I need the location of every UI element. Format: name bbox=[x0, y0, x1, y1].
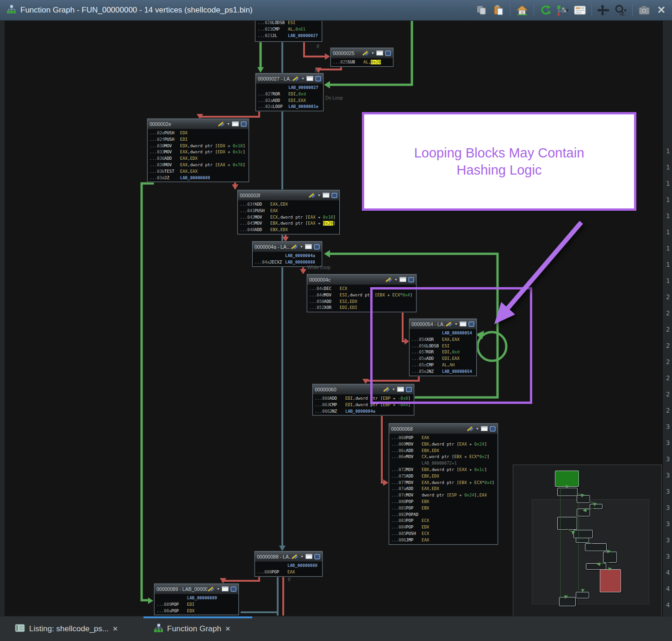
graph-block-top[interactable]: ...020LODSBESI...021CMPAL,0x61...023JLLA… bbox=[255, 19, 322, 42]
pan-icon[interactable]: ▼ bbox=[597, 3, 610, 17]
instruction-mnemonic: PUSH bbox=[164, 137, 180, 143]
block-group-icon[interactable] bbox=[241, 121, 247, 127]
copy-icon[interactable] bbox=[474, 3, 488, 17]
block-label-gray: LAB_00000072+1 bbox=[391, 460, 457, 467]
block-color-dropdown-icon[interactable]: ▼ bbox=[392, 388, 395, 391]
block-group-icon[interactable] bbox=[490, 426, 496, 432]
adjacent-listing-digit: 3 bbox=[666, 488, 670, 495]
graph-block-00000025[interactable]: 00000025▼...025SUBAL,0x20 bbox=[330, 48, 393, 67]
instruction-address: ...05a bbox=[411, 356, 426, 362]
graph-block-00000027[interactable]: 00000027 - LA...▼LAB_00000027...027RORED… bbox=[255, 73, 324, 111]
graph-block-0000004c[interactable]: 0000004c▼...04cDECECX...04dMOVESI,dword … bbox=[307, 274, 417, 312]
block-window-icon[interactable] bbox=[399, 277, 406, 282]
block-window-icon[interactable] bbox=[305, 244, 312, 249]
instruction-row: ...04dMOVESI,dword ptr [EBX + ECX*0x4] bbox=[309, 292, 414, 299]
instruction-mnemonic: XOR bbox=[426, 337, 442, 343]
block-window-icon[interactable] bbox=[305, 554, 312, 559]
close-icon[interactable]: ✕ bbox=[654, 3, 668, 17]
instruction-row: ...089POPEDI bbox=[156, 602, 236, 608]
block-format-icon[interactable] bbox=[573, 3, 587, 17]
block-color-dropdown-icon[interactable]: ▼ bbox=[476, 427, 479, 430]
block-header[interactable]: 00000068▼ bbox=[389, 424, 498, 434]
block-color-dropdown-icon[interactable]: ▼ bbox=[300, 245, 303, 248]
block-window-icon[interactable] bbox=[222, 586, 229, 591]
instruction-mnemonic: ROR bbox=[273, 91, 288, 98]
block-color-dropdown-icon[interactable]: ▼ bbox=[300, 555, 304, 558]
block-group-icon[interactable] bbox=[406, 387, 412, 392]
block-color-dropdown-icon[interactable]: ▼ bbox=[301, 77, 305, 80]
block-header[interactable]: 00000060▼ bbox=[313, 384, 414, 395]
block-color-icon[interactable] bbox=[362, 50, 369, 56]
block-header[interactable]: 00000089 - LAB_00000...▼ bbox=[155, 584, 238, 594]
block-header[interactable]: 00000025▼ bbox=[331, 48, 393, 58]
block-color-dropdown-icon[interactable]: ▼ bbox=[371, 51, 374, 55]
block-color-dropdown-icon[interactable]: ▼ bbox=[394, 278, 398, 281]
magnify-icon[interactable]: ▼ bbox=[614, 3, 628, 17]
adjacent-listing-digit: 1 bbox=[666, 180, 670, 187]
block-group-icon[interactable] bbox=[230, 586, 236, 592]
block-color-dropdown-icon[interactable]: ▼ bbox=[227, 122, 230, 126]
block-color-icon[interactable] bbox=[291, 554, 299, 559]
graph-block-00000089[interactable]: 00000089 - LAB_00000...▼LAB_00000089...0… bbox=[154, 584, 239, 615]
block-color-icon[interactable] bbox=[385, 277, 392, 283]
block-window-icon[interactable] bbox=[376, 50, 383, 56]
block-group-icon[interactable] bbox=[314, 244, 320, 250]
paste-icon[interactable] bbox=[492, 3, 505, 17]
graph-block-00000068[interactable]: 00000068▼...068POPEAX...069MOVEBX,dword … bbox=[389, 423, 498, 545]
block-header[interactable]: 0000002e▼ bbox=[148, 119, 249, 129]
graph-block-0000003f[interactable]: 0000003f▼...03fADDEAX,EDX...041PUSHEAX..… bbox=[237, 190, 340, 234]
snapshot-icon[interactable] bbox=[637, 3, 651, 17]
block-header[interactable]: 00000027 - LA...▼ bbox=[256, 74, 323, 84]
block-window-icon[interactable] bbox=[460, 321, 467, 327]
block-group-icon[interactable] bbox=[315, 76, 321, 82]
pan-dropdown-icon[interactable]: ▼ bbox=[606, 8, 610, 13]
block-header[interactable]: 0000004c▼ bbox=[307, 275, 416, 285]
block-color-icon[interactable] bbox=[445, 321, 453, 327]
block-group-icon[interactable] bbox=[408, 277, 414, 283]
block-header[interactable]: 0000003f▼ bbox=[238, 190, 339, 201]
instruction-mnemonic: ADD bbox=[406, 473, 422, 480]
graph-block-00000060[interactable]: 00000060▼...060ADDEDI,dword ptr [EBP + -… bbox=[312, 384, 414, 415]
block-header[interactable]: 00000088 - LA...▼ bbox=[255, 552, 322, 562]
tab-listing-close-icon[interactable]: × bbox=[113, 624, 118, 634]
graph-block-0000004a[interactable]: 0000004a - LA...▼LAB_0000004a...04aJECXZ… bbox=[252, 241, 322, 267]
adjacent-listing-digit: 4 bbox=[666, 569, 670, 576]
instruction-address: ...05c bbox=[411, 362, 426, 369]
block-group-icon[interactable] bbox=[314, 554, 320, 559]
block-group-icon[interactable] bbox=[468, 321, 474, 327]
home-icon[interactable] bbox=[515, 3, 529, 17]
graph-block-00000054[interactable]: 00000054 - LA...▼LAB_00000054...054XOREA… bbox=[409, 319, 477, 376]
block-window-icon[interactable] bbox=[481, 426, 488, 431]
block-color-icon[interactable] bbox=[218, 121, 225, 127]
block-window-icon[interactable] bbox=[323, 193, 330, 198]
graph-block-0000002e[interactable]: 0000002e▼...02ePUSHEDX...02fPUSHEDI...03… bbox=[147, 119, 249, 182]
satellite-view[interactable] bbox=[513, 465, 662, 617]
block-color-icon[interactable] bbox=[383, 387, 390, 392]
block-window-icon[interactable] bbox=[306, 76, 313, 81]
block-body: LAB_00000054...054XOREAX,EAX...056LODSBE… bbox=[410, 329, 476, 375]
tab-function-graph[interactable]: Function Graph × bbox=[154, 616, 230, 641]
block-color-dropdown-icon[interactable]: ▼ bbox=[317, 194, 321, 197]
satellite-viewport[interactable] bbox=[532, 499, 649, 604]
layout-icon[interactable]: ▼ bbox=[556, 3, 570, 17]
tab-listing[interactable]: Listing: shellcode_ps... × bbox=[15, 616, 118, 641]
instruction-mnemonic: JNZ bbox=[330, 408, 345, 415]
block-group-icon[interactable] bbox=[331, 193, 337, 198]
block-header[interactable]: 0000004a - LA...▼ bbox=[253, 242, 322, 252]
block-header[interactable]: 00000054 - LA...▼ bbox=[410, 319, 476, 329]
layout-dropdown-icon[interactable]: ▼ bbox=[565, 8, 570, 13]
block-window-icon[interactable] bbox=[397, 387, 404, 392]
refresh-icon[interactable] bbox=[539, 3, 553, 17]
block-window-icon[interactable] bbox=[232, 121, 239, 126]
block-color-dropdown-icon[interactable]: ▼ bbox=[454, 322, 458, 326]
block-color-dropdown-icon[interactable]: ▼ bbox=[217, 587, 220, 591]
tab-function-graph-close-icon[interactable]: × bbox=[225, 624, 230, 634]
block-color-icon[interactable] bbox=[207, 586, 215, 592]
block-color-icon[interactable] bbox=[308, 193, 316, 198]
block-color-icon[interactable] bbox=[291, 244, 298, 250]
block-color-icon[interactable] bbox=[467, 426, 474, 432]
magnify-dropdown-icon[interactable]: ▼ bbox=[623, 8, 628, 13]
block-group-icon[interactable] bbox=[385, 50, 391, 56]
graph-block-00000088[interactable]: 00000088 - LA...▼LAB_00000088...088POPEA… bbox=[255, 551, 323, 577]
block-color-icon[interactable] bbox=[292, 76, 299, 82]
